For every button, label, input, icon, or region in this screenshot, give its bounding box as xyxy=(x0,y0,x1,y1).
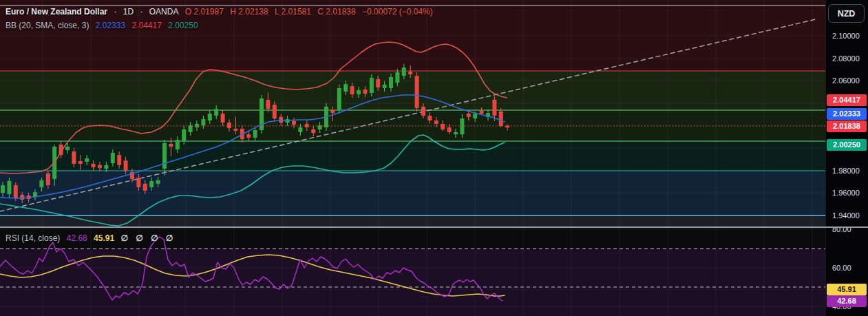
high-label: H xyxy=(230,7,236,17)
symbol-legend[interactable]: Euro / New Zealand Dollar · 1D · OANDA O… xyxy=(6,7,437,17)
chart-canvas[interactable] xyxy=(0,0,868,316)
rsi-label[interactable]: RSI (14, close) xyxy=(6,233,60,243)
symbol-title[interactable]: Euro / New Zealand Dollar xyxy=(6,7,107,17)
price-axis-label: 1.98000 xyxy=(826,166,868,176)
timeframe-label[interactable]: 1D xyxy=(123,7,134,17)
price-badge: 2.00250 xyxy=(827,139,867,151)
price-badge: 2.01838 xyxy=(827,120,867,132)
bb-upper-value: 2.04417 xyxy=(131,21,161,30)
open-value: 2.01987 xyxy=(193,7,223,17)
bb-label[interactable]: BB (20, SMA, close, 3) xyxy=(6,21,89,30)
legend-separator: · xyxy=(114,7,116,17)
rsi-value: 42.68 xyxy=(67,233,87,243)
price-axis-label: 2.10000 xyxy=(826,31,868,41)
legend-separator: · xyxy=(140,7,142,17)
rsi-axis-label: 60.00 xyxy=(826,263,868,273)
currency-toggle-button[interactable]: NZD xyxy=(828,4,865,23)
price-badge: 2.02333 xyxy=(827,108,867,120)
rsi-empty-slots: ∅ ∅ ∅ ∅ xyxy=(120,233,176,243)
open-label: O xyxy=(185,7,191,17)
price-badge: 2.04417 xyxy=(827,94,867,106)
change-value: −0.00072 (−0.04%) xyxy=(362,7,433,17)
rsi-ma-value: 45.91 xyxy=(94,233,114,243)
rsi-indicator-legend[interactable]: RSI (14, close) 42.68 45.91 ∅ ∅ ∅ ∅ xyxy=(6,233,180,243)
bb-indicator-legend[interactable]: BB (20, SMA, close, 3) 2.02333 2.04417 2… xyxy=(6,21,202,30)
close-label: C xyxy=(317,7,324,17)
price-axis[interactable]: NZD 2.100002.080002.060002.040001.980001… xyxy=(825,0,868,316)
trading-chart-app: Euro / New Zealand Dollar · 1D · OANDA O… xyxy=(0,0,868,316)
exchange-label: OANDA xyxy=(149,7,179,17)
bb-lower-value: 2.00250 xyxy=(168,21,198,30)
price-axis-label: 1.94000 xyxy=(826,211,868,220)
price-axis-label: 1.96000 xyxy=(826,188,868,198)
close-value: 2.01838 xyxy=(326,7,355,17)
pane-separator[interactable] xyxy=(0,227,868,228)
low-value: 2.01581 xyxy=(282,7,311,17)
price-axis-label: 2.06000 xyxy=(826,76,868,85)
high-value: 2.02138 xyxy=(238,7,268,17)
low-label: L xyxy=(275,7,279,17)
rsi-badge: 45.91 xyxy=(827,284,867,295)
rsi-badge: 42.68 xyxy=(827,295,867,307)
price-axis-label: 2.08000 xyxy=(826,54,868,63)
bb-basis-value: 2.02333 xyxy=(96,21,125,30)
